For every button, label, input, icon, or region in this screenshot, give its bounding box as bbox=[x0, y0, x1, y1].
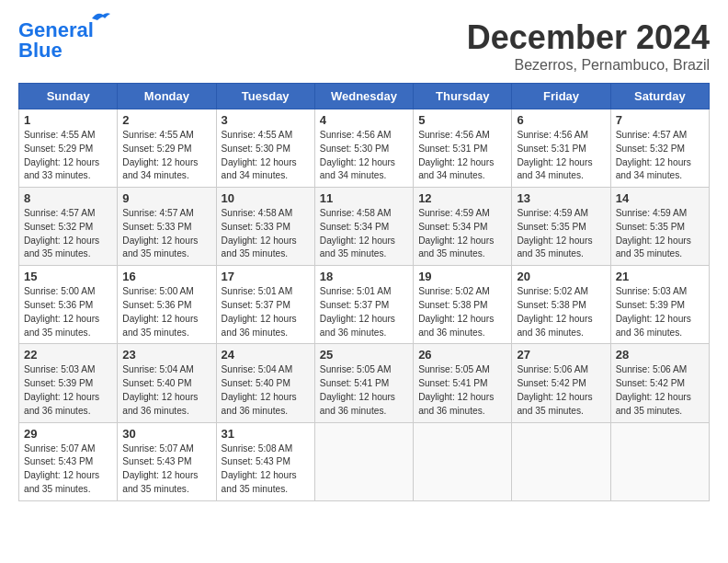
calendar-cell: 4Sunrise: 4:56 AM Sunset: 5:30 PM Daylig… bbox=[314, 109, 413, 188]
day-info: Sunrise: 5:03 AM Sunset: 5:39 PM Dayligh… bbox=[24, 363, 112, 418]
day-number: 28 bbox=[616, 348, 704, 362]
day-number: 17 bbox=[222, 270, 310, 283]
day-info: Sunrise: 4:56 AM Sunset: 5:31 PM Dayligh… bbox=[418, 129, 506, 183]
day-number: 6 bbox=[517, 113, 605, 127]
calendar-cell: 27Sunrise: 5:06 AM Sunset: 5:42 PM Dayli… bbox=[512, 344, 610, 422]
day-number: 8 bbox=[24, 191, 112, 205]
day-info: Sunrise: 5:01 AM Sunset: 5:37 PM Dayligh… bbox=[222, 285, 310, 339]
calendar-cell: 28Sunrise: 5:06 AM Sunset: 5:42 PM Dayli… bbox=[610, 344, 709, 422]
calendar-cell: 7Sunrise: 4:57 AM Sunset: 5:32 PM Daylig… bbox=[610, 109, 709, 188]
day-info: Sunrise: 5:07 AM Sunset: 5:43 PM Dayligh… bbox=[122, 442, 210, 497]
day-number: 26 bbox=[418, 348, 506, 362]
day-info: Sunrise: 5:02 AM Sunset: 5:38 PM Dayligh… bbox=[418, 285, 506, 339]
calendar-cell: 3Sunrise: 4:55 AM Sunset: 5:30 PM Daylig… bbox=[216, 109, 314, 188]
day-number: 29 bbox=[24, 427, 112, 441]
day-number: 12 bbox=[418, 191, 506, 205]
calendar-cell: 9Sunrise: 4:57 AM Sunset: 5:33 PM Daylig… bbox=[118, 188, 216, 266]
calendar-cell: 22Sunrise: 5:03 AM Sunset: 5:39 PM Dayli… bbox=[19, 344, 118, 422]
calendar-cell: 16Sunrise: 5:00 AM Sunset: 5:36 PM Dayli… bbox=[118, 266, 216, 344]
calendar-cell: 15Sunrise: 5:00 AM Sunset: 5:36 PM Dayli… bbox=[19, 266, 118, 344]
day-number: 23 bbox=[122, 348, 210, 362]
day-number: 10 bbox=[222, 191, 310, 205]
weekday-header-row: SundayMondayTuesdayWednesdayThursdayFrid… bbox=[19, 84, 710, 109]
calendar-cell: 10Sunrise: 4:58 AM Sunset: 5:33 PM Dayli… bbox=[216, 188, 314, 266]
weekday-header-sunday: Sunday bbox=[19, 84, 118, 109]
day-info: Sunrise: 4:57 AM Sunset: 5:32 PM Dayligh… bbox=[616, 129, 704, 183]
calendar-cell: 18Sunrise: 5:01 AM Sunset: 5:37 PM Dayli… bbox=[314, 266, 413, 344]
weekday-header-monday: Monday bbox=[118, 84, 216, 109]
calendar-table: SundayMondayTuesdayWednesdayThursdayFrid… bbox=[18, 83, 710, 501]
calendar-cell: 31Sunrise: 5:08 AM Sunset: 5:43 PM Dayli… bbox=[216, 422, 314, 500]
calendar-cell: 1Sunrise: 4:55 AM Sunset: 5:29 PM Daylig… bbox=[19, 109, 118, 188]
week-row-4: 22Sunrise: 5:03 AM Sunset: 5:39 PM Dayli… bbox=[19, 344, 710, 422]
calendar-cell: 6Sunrise: 4:56 AM Sunset: 5:31 PM Daylig… bbox=[512, 109, 610, 188]
logo: General Blue bbox=[18, 18, 94, 63]
title-block: December 2024 Bezerros, Pernambuco, Braz… bbox=[467, 18, 710, 74]
week-row-2: 8Sunrise: 4:57 AM Sunset: 5:32 PM Daylig… bbox=[19, 188, 710, 266]
calendar-cell bbox=[512, 422, 610, 500]
calendar-cell: 24Sunrise: 5:04 AM Sunset: 5:40 PM Dayli… bbox=[216, 344, 314, 422]
calendar-cell: 26Sunrise: 5:05 AM Sunset: 5:41 PM Dayli… bbox=[414, 344, 512, 422]
day-number: 21 bbox=[616, 270, 704, 283]
calendar-cell: 20Sunrise: 5:02 AM Sunset: 5:38 PM Dayli… bbox=[512, 266, 610, 344]
day-number: 7 bbox=[616, 113, 704, 127]
day-number: 25 bbox=[320, 348, 408, 362]
day-number: 22 bbox=[24, 348, 112, 362]
month-title: December 2024 bbox=[467, 18, 710, 57]
day-number: 4 bbox=[320, 113, 408, 127]
calendar-cell: 14Sunrise: 4:59 AM Sunset: 5:35 PM Dayli… bbox=[610, 188, 709, 266]
calendar-cell: 17Sunrise: 5:01 AM Sunset: 5:37 PM Dayli… bbox=[216, 266, 314, 344]
day-number: 13 bbox=[517, 191, 605, 205]
day-number: 2 bbox=[122, 113, 210, 127]
calendar-cell: 2Sunrise: 4:55 AM Sunset: 5:29 PM Daylig… bbox=[118, 109, 216, 188]
weekday-header-tuesday: Tuesday bbox=[216, 84, 314, 109]
weekday-header-saturday: Saturday bbox=[610, 84, 709, 109]
weekday-header-thursday: Thursday bbox=[414, 84, 512, 109]
logo-general: General bbox=[18, 18, 94, 41]
weekday-header-friday: Friday bbox=[512, 84, 610, 109]
day-number: 1 bbox=[24, 113, 112, 127]
day-info: Sunrise: 4:58 AM Sunset: 5:33 PM Dayligh… bbox=[222, 207, 310, 261]
week-row-3: 15Sunrise: 5:00 AM Sunset: 5:36 PM Dayli… bbox=[19, 266, 710, 344]
day-info: Sunrise: 5:01 AM Sunset: 5:37 PM Dayligh… bbox=[320, 285, 408, 339]
logo-bird-icon bbox=[90, 11, 110, 26]
calendar-cell bbox=[414, 422, 512, 500]
calendar-cell: 8Sunrise: 4:57 AM Sunset: 5:32 PM Daylig… bbox=[19, 188, 118, 266]
day-number: 24 bbox=[222, 348, 310, 362]
week-row-5: 29Sunrise: 5:07 AM Sunset: 5:43 PM Dayli… bbox=[19, 422, 710, 500]
day-info: Sunrise: 5:06 AM Sunset: 5:42 PM Dayligh… bbox=[616, 363, 704, 418]
day-number: 14 bbox=[616, 191, 704, 205]
weekday-header-wednesday: Wednesday bbox=[314, 84, 413, 109]
day-number: 30 bbox=[122, 427, 210, 441]
calendar-cell: 12Sunrise: 4:59 AM Sunset: 5:34 PM Dayli… bbox=[414, 188, 512, 266]
day-info: Sunrise: 5:03 AM Sunset: 5:39 PM Dayligh… bbox=[616, 285, 704, 339]
day-number: 15 bbox=[24, 270, 112, 283]
calendar-cell bbox=[314, 422, 413, 500]
day-info: Sunrise: 5:08 AM Sunset: 5:43 PM Dayligh… bbox=[222, 442, 310, 497]
day-info: Sunrise: 4:55 AM Sunset: 5:30 PM Dayligh… bbox=[222, 129, 310, 183]
calendar-cell: 19Sunrise: 5:02 AM Sunset: 5:38 PM Dayli… bbox=[414, 266, 512, 344]
day-number: 11 bbox=[320, 191, 408, 205]
day-number: 31 bbox=[222, 427, 310, 441]
day-number: 18 bbox=[320, 270, 408, 283]
calendar-cell: 13Sunrise: 4:59 AM Sunset: 5:35 PM Dayli… bbox=[512, 188, 610, 266]
day-info: Sunrise: 4:57 AM Sunset: 5:32 PM Dayligh… bbox=[24, 207, 112, 261]
day-info: Sunrise: 4:55 AM Sunset: 5:29 PM Dayligh… bbox=[24, 129, 112, 183]
day-number: 9 bbox=[122, 191, 210, 205]
location-subtitle: Bezerros, Pernambuco, Brazil bbox=[467, 57, 710, 74]
calendar-cell: 11Sunrise: 4:58 AM Sunset: 5:34 PM Dayli… bbox=[314, 188, 413, 266]
day-number: 5 bbox=[418, 113, 506, 127]
day-info: Sunrise: 4:59 AM Sunset: 5:34 PM Dayligh… bbox=[418, 207, 506, 261]
day-number: 27 bbox=[517, 348, 605, 362]
day-info: Sunrise: 4:59 AM Sunset: 5:35 PM Dayligh… bbox=[616, 207, 704, 261]
calendar-cell: 21Sunrise: 5:03 AM Sunset: 5:39 PM Dayli… bbox=[610, 266, 709, 344]
day-number: 16 bbox=[122, 270, 210, 283]
calendar-cell bbox=[610, 422, 709, 500]
day-info: Sunrise: 5:00 AM Sunset: 5:36 PM Dayligh… bbox=[122, 285, 210, 339]
day-info: Sunrise: 5:06 AM Sunset: 5:42 PM Dayligh… bbox=[517, 363, 605, 418]
day-info: Sunrise: 5:04 AM Sunset: 5:40 PM Dayligh… bbox=[122, 363, 210, 418]
day-info: Sunrise: 4:57 AM Sunset: 5:33 PM Dayligh… bbox=[122, 207, 210, 261]
day-info: Sunrise: 5:05 AM Sunset: 5:41 PM Dayligh… bbox=[320, 363, 408, 418]
calendar-cell: 5Sunrise: 4:56 AM Sunset: 5:31 PM Daylig… bbox=[414, 109, 512, 188]
page-header: General Blue December 2024 Bezerros, Per… bbox=[18, 18, 710, 74]
